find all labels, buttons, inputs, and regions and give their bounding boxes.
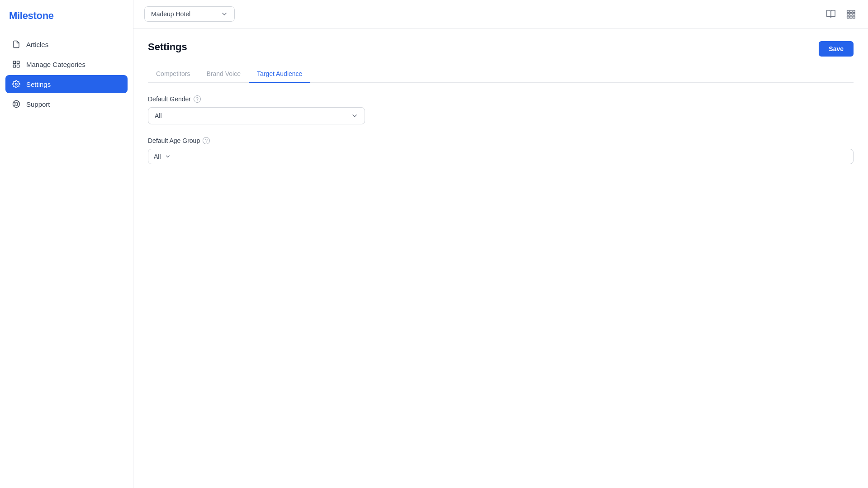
tab-competitors[interactable]: Competitors	[148, 66, 198, 83]
chevron-down-icon	[221, 10, 228, 18]
svg-rect-17	[847, 16, 849, 19]
svg-rect-2	[13, 65, 15, 67]
save-button[interactable]: Save	[819, 41, 854, 57]
support-icon	[12, 99, 21, 109]
default-gender-label-text: Default Gender	[148, 95, 191, 103]
sidebar-item-label-articles: Articles	[26, 41, 48, 48]
default-age-group-select[interactable]: All	[148, 149, 854, 164]
svg-point-4	[15, 83, 18, 85]
manage-categories-icon	[12, 60, 21, 69]
sidebar-item-support[interactable]: Support	[5, 95, 128, 113]
grid-icon[interactable]	[844, 8, 857, 20]
svg-line-7	[14, 102, 15, 103]
tabs-container: Competitors Brand Voice Target Audience	[148, 66, 854, 83]
settings-icon	[12, 80, 21, 89]
logo: Milestone	[9, 10, 54, 22]
content-header: Settings Save	[148, 41, 854, 57]
svg-line-9	[17, 102, 19, 103]
tab-brand-voice[interactable]: Brand Voice	[198, 66, 249, 83]
default-gender-select[interactable]: All	[148, 107, 365, 124]
sidebar-item-articles[interactable]: Articles	[5, 35, 128, 53]
default-age-group-field: Default Age Group ? All	[148, 137, 854, 164]
gender-chevron-icon	[351, 112, 358, 119]
hotel-selector-value: Madeup Hotel	[151, 10, 216, 18]
topbar: Madeup Hotel	[133, 0, 868, 28]
svg-rect-13	[853, 10, 855, 13]
svg-rect-15	[850, 13, 852, 15]
sidebar-item-label-settings: Settings	[26, 81, 51, 88]
age-chevron-icon	[165, 153, 171, 160]
default-gender-help-icon[interactable]: ?	[194, 95, 201, 103]
gender-select-value: All	[155, 112, 162, 119]
default-age-group-help-icon[interactable]: ?	[203, 137, 210, 144]
main-content: Madeup Hotel	[133, 0, 868, 488]
default-age-group-label-text: Default Age Group	[148, 137, 200, 144]
default-age-group-label: Default Age Group ?	[148, 137, 854, 144]
topbar-icons	[825, 8, 857, 20]
svg-line-10	[14, 105, 15, 106]
sidebar-nav: Articles Manage Categories	[0, 31, 133, 118]
default-gender-label: Default Gender ?	[148, 95, 854, 103]
page-title: Settings	[148, 41, 187, 53]
svg-rect-11	[847, 10, 849, 13]
svg-rect-18	[850, 16, 852, 19]
tab-target-audience[interactable]: Target Audience	[249, 66, 310, 83]
hotel-selector[interactable]: Madeup Hotel	[144, 6, 235, 22]
sidebar-item-label-support: Support	[26, 100, 50, 108]
target-audience-form: Default Gender ? All Default Age Group ?	[148, 95, 854, 164]
svg-rect-12	[850, 10, 852, 13]
svg-rect-0	[13, 61, 15, 63]
sidebar-item-settings[interactable]: Settings	[5, 75, 128, 93]
sidebar-item-manage-categories[interactable]: Manage Categories	[5, 55, 128, 73]
svg-rect-19	[853, 16, 855, 19]
svg-line-8	[17, 105, 19, 106]
svg-rect-1	[17, 61, 19, 63]
logo-area: Milestone	[0, 0, 133, 31]
default-gender-field: Default Gender ? All	[148, 95, 854, 124]
svg-rect-3	[17, 65, 19, 67]
sidebar: Milestone Articles Manage	[0, 0, 133, 488]
sidebar-item-label-manage-categories: Manage Categories	[26, 61, 85, 68]
svg-rect-16	[853, 13, 855, 15]
book-icon[interactable]	[825, 8, 837, 20]
content-area: Settings Save Competitors Brand Voice Ta…	[133, 28, 868, 488]
svg-rect-14	[847, 13, 849, 15]
articles-icon	[12, 40, 21, 49]
age-select-value: All	[154, 153, 161, 160]
